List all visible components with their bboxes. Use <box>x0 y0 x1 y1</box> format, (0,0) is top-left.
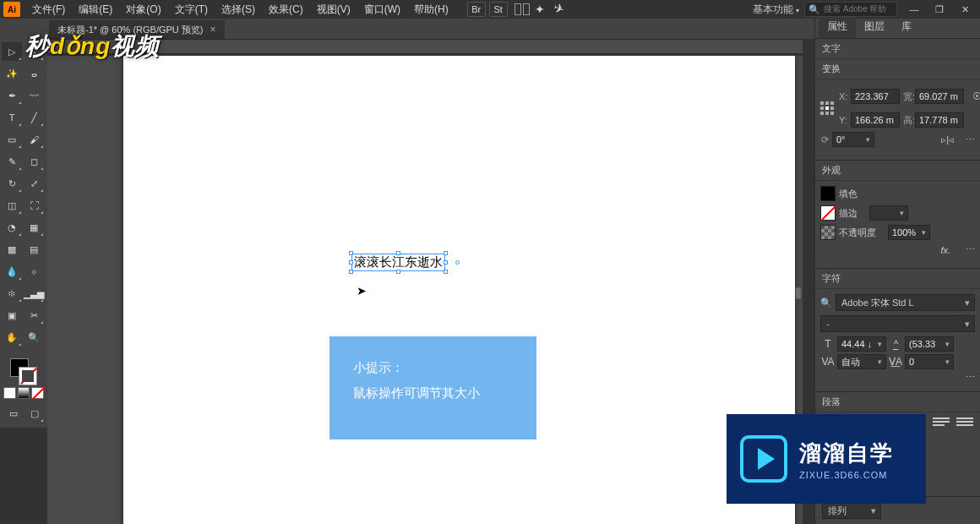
text-object[interactable]: 滚滚长江东逝水 <box>351 254 445 271</box>
w-field[interactable]: 69.027 m <box>915 89 964 104</box>
reference-point-icon[interactable] <box>820 101 834 115</box>
color-mode-solid[interactable] <box>3 387 16 399</box>
x-label: X: <box>839 91 847 101</box>
font-family-dropdown[interactable]: Adobe 宋体 Std L <box>836 294 975 311</box>
mesh-tool[interactable]: ▩ <box>2 240 22 259</box>
menu-select[interactable]: 选择(S) <box>215 0 262 19</box>
section-character-heading: 字符 <box>815 269 980 289</box>
arrange-button[interactable]: 排列 <box>822 502 881 519</box>
gpu-icon[interactable]: ✦ <box>535 3 545 16</box>
shaper-tool[interactable]: ✎ <box>2 152 22 171</box>
fill-chip[interactable] <box>820 186 836 201</box>
angle-label: ⟳ <box>820 134 829 145</box>
tab-properties[interactable]: 属性 <box>819 17 856 38</box>
tab-layers[interactable]: 图层 <box>856 17 893 38</box>
align-right-icon[interactable] <box>869 418 886 431</box>
x-field[interactable]: 223.367 <box>851 89 900 104</box>
rotate-tool[interactable]: ↻ <box>2 174 22 193</box>
document-tab[interactable]: 未标题-1* @ 60% (RGB/GPU 预览) × <box>49 20 225 39</box>
pen-tool[interactable]: ✒ <box>2 86 22 105</box>
fx-button[interactable]: fx. <box>940 245 950 255</box>
free-transform-tool[interactable]: ⛶ <box>24 196 44 215</box>
tip-overlay: 小提示： 鼠标操作可调节其大小 <box>329 336 536 439</box>
more-options-icon[interactable]: ⋯ <box>966 244 975 255</box>
stroke-chip[interactable] <box>820 205 836 221</box>
justify-left-icon[interactable] <box>933 418 950 431</box>
menu-window[interactable]: 窗口(W) <box>357 0 407 19</box>
menu-file[interactable]: 文件(F) <box>25 0 72 19</box>
menu-help[interactable]: 帮助(H) <box>407 0 455 19</box>
color-mode-none[interactable] <box>31 387 44 399</box>
more-options-icon[interactable]: ⋯ <box>966 134 975 145</box>
menu-view[interactable]: 视图(V) <box>310 0 357 19</box>
gradient-tool[interactable]: ▤ <box>24 240 44 259</box>
menu-type[interactable]: 文字(T) <box>168 0 215 19</box>
menu-edit[interactable]: 编辑(E) <box>72 0 119 19</box>
flip-horizontal-icon[interactable]: ▹|◃ <box>941 134 954 145</box>
document-tab-close[interactable]: × <box>210 24 216 35</box>
tracking-field[interactable]: 0 <box>905 354 954 369</box>
align-left-icon[interactable] <box>822 418 839 431</box>
scale-tool[interactable]: ⤢ <box>24 174 44 193</box>
artboard[interactable]: 滚滚长江东逝水 ➤ 小提示： 鼠标操作可调节其大小 <box>123 56 795 524</box>
window-minimize[interactable]: — <box>902 1 926 18</box>
find-font-icon[interactable]: 🔍 <box>820 297 832 308</box>
hand-tool[interactable]: ✋ <box>2 328 22 347</box>
stroke-swatch[interactable] <box>19 367 37 385</box>
search-input[interactable]: 🔍 搜索 Adobe 帮助 <box>804 2 897 17</box>
align-center-icon[interactable] <box>846 418 863 431</box>
paintbrush-tool[interactable]: 🖌 <box>24 130 44 149</box>
column-graph-tool[interactable]: ▁▃▅ <box>24 284 44 303</box>
eraser-tool[interactable]: ◻ <box>24 152 44 171</box>
symbol-sprayer-tool[interactable]: ፨ <box>2 284 22 303</box>
sync-icon[interactable]: ✈ <box>551 0 566 18</box>
draw-normal-icon[interactable]: ▭ <box>3 404 23 423</box>
leading-field[interactable]: (53.33 <box>905 336 954 352</box>
tab-libraries[interactable]: 库 <box>893 17 920 38</box>
rectangle-tool[interactable]: ▭ <box>2 130 22 149</box>
magic-wand-tool[interactable]: ✨ <box>2 64 22 83</box>
screen-mode-icon[interactable]: ▢ <box>24 404 44 423</box>
artboard-tool[interactable]: ▣ <box>2 306 22 325</box>
eyedropper-tool[interactable]: 💧 <box>2 262 22 281</box>
stroke-weight-field[interactable] <box>869 205 908 221</box>
lasso-tool[interactable]: ⴰ <box>24 64 44 83</box>
tip-body: 鼠标操作可调节其大小 <box>353 380 513 406</box>
justify-all-icon[interactable] <box>956 418 973 431</box>
bridge-button[interactable]: Br <box>467 2 486 17</box>
link-wh-icon[interactable]: ⦿ <box>971 85 980 108</box>
type-tool[interactable]: T <box>2 108 22 127</box>
color-mode-gradient[interactable] <box>18 387 30 399</box>
menu-object[interactable]: 对象(O) <box>119 0 167 19</box>
search-icon: 🔍 <box>808 4 820 15</box>
section-text-heading: 文字 <box>815 39 980 59</box>
blend-tool[interactable]: ⟐ <box>24 262 44 281</box>
font-size-field[interactable]: 44.44 ↓ <box>837 336 886 352</box>
menu-effect[interactable]: 效果(C) <box>262 0 310 19</box>
canvas-area[interactable]: 滚滚长江东逝水 ➤ 小提示： 鼠标操作可调节其大小 <box>47 56 803 524</box>
panel-collapse-handle[interactable] <box>796 287 801 299</box>
window-restore[interactable]: ❐ <box>928 1 951 18</box>
opacity-chip[interactable] <box>820 225 836 240</box>
font-style-dropdown[interactable]: - <box>820 315 975 332</box>
slice-tool[interactable]: ✂ <box>24 306 44 325</box>
arrange-documents-icon[interactable] <box>514 3 530 15</box>
direct-selection-tool[interactable]: ▹ <box>24 42 44 61</box>
width-tool[interactable]: ◫ <box>2 196 22 215</box>
line-segment-tool[interactable]: ╱ <box>24 108 44 127</box>
selection-tool[interactable]: ▷ <box>2 42 22 61</box>
y-label: Y: <box>839 115 847 125</box>
kerning-field[interactable]: 自动 <box>837 354 886 369</box>
angle-field[interactable]: 0° <box>832 132 874 147</box>
workspace-switcher[interactable]: 基本功能 ▾ <box>753 3 799 17</box>
y-field[interactable]: 166.26 m <box>851 112 900 128</box>
zoom-tool[interactable]: 🔍 <box>24 328 44 347</box>
h-field[interactable]: 17.778 m <box>915 112 964 128</box>
more-options-icon[interactable]: ⋯ <box>966 372 975 382</box>
stock-button[interactable]: St <box>489 2 508 17</box>
curvature-tool[interactable]: 〰 <box>24 86 44 105</box>
window-close[interactable]: ✕ <box>953 1 977 18</box>
opacity-field[interactable]: 100% <box>888 225 930 240</box>
shape-builder-tool[interactable]: ◔ <box>2 218 22 237</box>
perspective-grid-tool[interactable]: ▦ <box>24 218 44 237</box>
